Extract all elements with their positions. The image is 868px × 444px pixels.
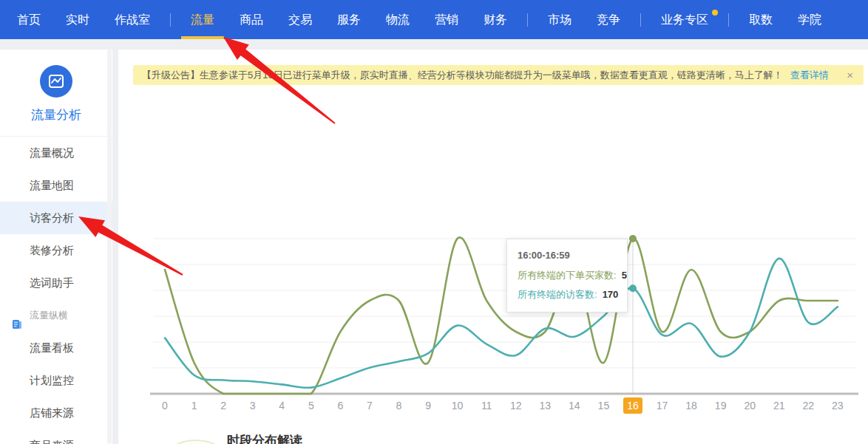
nav-item-营销[interactable]: 营销: [422, 0, 471, 39]
svg-text:4: 4: [279, 400, 285, 411]
svg-text:13: 13: [539, 400, 551, 411]
nav-item-学院[interactable]: 学院: [785, 0, 834, 39]
svg-text:9: 9: [425, 400, 431, 411]
svg-text:10: 10: [452, 400, 464, 411]
svg-text:8: 8: [396, 400, 402, 411]
time-distribution-chart[interactable]: 01234567891011121314151617181920212223: [118, 216, 868, 424]
sidebar-menu: 流量概况流量地图访客分析装修分析选词助手流量纵横流量看板计划监控店铺来源商品来源: [0, 137, 112, 444]
svg-text:7: 7: [367, 400, 373, 411]
nav-divider: [728, 13, 729, 27]
svg-text:11: 11: [481, 400, 492, 411]
svg-text:19: 19: [715, 400, 727, 411]
sidebar-title: 流量分析: [0, 106, 112, 123]
svg-text:16: 16: [627, 400, 639, 411]
svg-text:23: 23: [832, 400, 844, 411]
svg-text:22: 22: [803, 400, 815, 411]
tooltip-row-buyers: 所有终端的下单买家数:5: [518, 266, 617, 286]
svg-text:17: 17: [657, 400, 668, 411]
traffic-analysis-icon: [40, 65, 72, 98]
nav-item-流量[interactable]: 流量: [178, 0, 227, 39]
svg-text:21: 21: [773, 400, 785, 411]
sidebar-item-流量看板[interactable]: 流量看板: [0, 332, 112, 364]
app-window: 首页实时作战室流量商品交易服务物流营销财务市场竞争业务专区取数学院 流量分析 流…: [0, 0, 868, 444]
svg-text:20: 20: [744, 400, 756, 411]
nav-item-首页[interactable]: 首页: [4, 0, 53, 39]
sidebar-item-店铺来源[interactable]: 店铺来源: [0, 397, 112, 429]
sidebar-item-选词助手[interactable]: 选词助手: [0, 267, 112, 299]
svg-text:5: 5: [308, 400, 314, 411]
close-icon[interactable]: ×: [845, 69, 855, 81]
svg-text:6: 6: [337, 400, 343, 411]
sidebar-item-装修分析[interactable]: 装修分析: [0, 234, 112, 267]
svg-text:2: 2: [220, 400, 226, 411]
nav-item-交易[interactable]: 交易: [276, 0, 325, 39]
nav-item-服务[interactable]: 服务: [325, 0, 373, 39]
sidebar-item-流量纵横: 流量纵横: [0, 299, 112, 332]
sidebar-item-流量地图[interactable]: 流量地图: [0, 169, 112, 202]
nav-item-业务专区[interactable]: 业务专区: [648, 0, 721, 39]
nav-item-物流[interactable]: 物流: [373, 0, 422, 39]
view-details-link[interactable]: 查看详情: [790, 69, 829, 82]
svg-text:12: 12: [510, 400, 522, 411]
interpretation-title: 时段分布解读: [227, 432, 302, 444]
svg-text:3: 3: [250, 400, 256, 411]
tooltip-row-visitors: 所有终端的访客数:170: [518, 285, 617, 305]
upgrade-notice-banner: 【升级公告】生意参谋于5月16日已进行菜单升级，原实时直播、经营分析等模块功能都…: [133, 65, 864, 85]
svg-text:15: 15: [598, 400, 610, 411]
chart-tooltip: 16:00-16:59 所有终端的下单买家数:5 所有终端的访客数:170: [506, 239, 628, 312]
nav-item-市场[interactable]: 市场: [535, 0, 584, 39]
svg-text:0: 0: [162, 400, 168, 411]
sidebar-scrollbar[interactable]: [107, 49, 112, 444]
sidebar: 流量分析 流量概况流量地图访客分析装修分析选词助手流量纵横流量看板计划监控店铺来…: [0, 49, 112, 444]
nav-item-竞争[interactable]: 竞争: [584, 0, 633, 39]
banner-text: 【升级公告】生意参谋于5月16日已进行菜单升级，原实时直播、经营分析等模块功能都…: [142, 69, 783, 82]
tooltip-time-range: 16:00-16:59: [518, 246, 617, 266]
nav-item-实时[interactable]: 实时: [53, 0, 102, 39]
nav-divider: [640, 13, 641, 27]
new-badge-dot: [712, 10, 718, 16]
nav-item-作战室[interactable]: 作战室: [102, 0, 163, 39]
svg-text:1: 1: [191, 400, 197, 411]
nav-divider: [527, 13, 528, 27]
svg-text:18: 18: [685, 400, 697, 411]
sidebar-item-商品来源[interactable]: 商品来源: [0, 429, 112, 444]
sidebar-item-流量概况[interactable]: 流量概况: [0, 137, 112, 169]
sidebar-header: 流量分析: [0, 49, 112, 137]
svg-text:14: 14: [569, 400, 580, 411]
sidebar-item-计划监控[interactable]: 计划监控: [0, 364, 112, 397]
nav-item-取数[interactable]: 取数: [736, 0, 785, 39]
nav-divider: [170, 13, 171, 27]
top-navigation: 首页实时作战室流量商品交易服务物流营销财务市场竞争业务专区取数学院: [0, 0, 868, 39]
sidebar-item-访客分析[interactable]: 访客分析: [0, 202, 112, 234]
nav-item-财务[interactable]: 财务: [471, 0, 520, 39]
nav-item-商品[interactable]: 商品: [227, 0, 276, 39]
